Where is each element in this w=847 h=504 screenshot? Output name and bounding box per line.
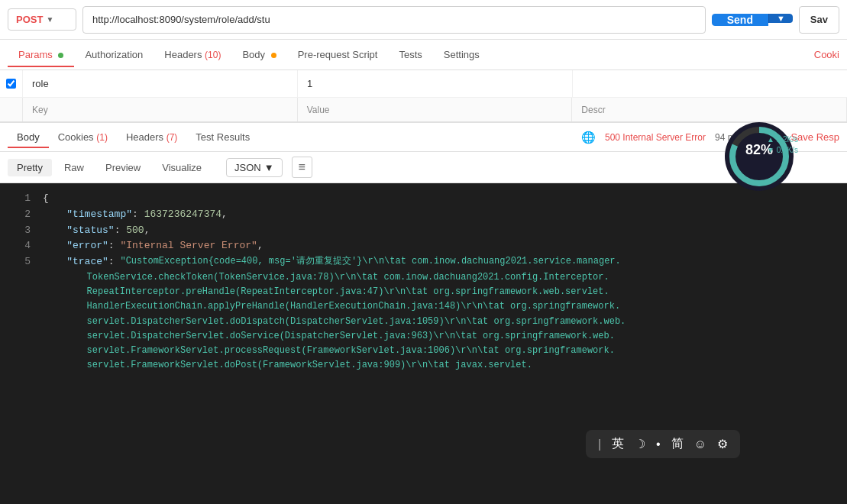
line-number xyxy=(8,358,31,373)
tab-body-label: Body xyxy=(242,49,265,60)
resp-tab-body-label: Body xyxy=(17,131,40,143)
tab-tests-label: Tests xyxy=(399,49,422,60)
json-line-5-cont6: servlet.FrameworkServlet.processRequest(… xyxy=(0,344,847,358)
method-chevron-icon: ▼ xyxy=(46,15,53,24)
json-line-5-cont7: servlet.FrameworkServlet.doPost(Framewor… xyxy=(0,358,847,373)
json-line-4: 4 "error" : "Internal Server Error" , xyxy=(0,238,847,254)
fmt-tab-visualize[interactable]: Visualize xyxy=(153,159,211,176)
tab-params-label: Params xyxy=(18,49,53,60)
url-input[interactable] xyxy=(82,6,706,34)
ime-toolbar: | 英 ☽ • 简 ☺ ⚙ xyxy=(586,430,740,458)
params-data-row: role 1 xyxy=(0,70,847,98)
json-line-3: 3 "status" : 500 , xyxy=(0,223,847,239)
json-line-5-cont3: HandlerExecutionChain.applyPreHandle(Han… xyxy=(0,299,847,314)
line-number: 5 xyxy=(8,254,31,270)
line-number: 3 xyxy=(8,223,31,239)
tab-settings[interactable]: Settings xyxy=(433,43,490,66)
ime-settings-icon[interactable]: ⚙ xyxy=(717,437,728,451)
tab-tests[interactable]: Tests xyxy=(388,43,432,66)
json-line-5-cont1: TokenService.checkToken(TokenService.jav… xyxy=(0,270,847,285)
line-number: 2 xyxy=(8,207,31,223)
tab-params[interactable]: Params xyxy=(8,43,74,66)
params-col-check xyxy=(0,98,23,121)
resp-tab-test-results[interactable]: Test Results xyxy=(186,127,259,147)
params-row-checkbox[interactable] xyxy=(6,79,16,89)
line-number xyxy=(8,315,31,329)
save-button[interactable]: Sav xyxy=(799,6,839,34)
json-line-5: 5 "trace" : "CustomException{code=400, m… xyxy=(0,254,847,270)
params-col-key: Key xyxy=(23,98,298,121)
svg-text:▼ 0.3K/s: ▼ 0.3K/s xyxy=(767,146,798,154)
params-val-cell[interactable]: 1 xyxy=(298,70,573,97)
ime-simplified-icon[interactable]: 简 xyxy=(671,436,684,452)
cookies-resp-count: (1) xyxy=(96,132,108,143)
ime-dot-icon[interactable]: • xyxy=(656,438,661,451)
line-number xyxy=(8,344,31,358)
line-number xyxy=(8,285,31,299)
tab-prerequest-label: Pre-request Script xyxy=(298,49,378,60)
format-select-chevron: ▼ xyxy=(264,162,274,173)
params-key-cell[interactable]: role xyxy=(23,70,298,97)
gauge-overlay: 82% ▲ 1.2K/s ▼ 0.3K/s xyxy=(710,115,809,191)
headers-count: (10) xyxy=(205,50,221,60)
resp-tab-body[interactable]: Body xyxy=(8,127,49,147)
resp-tab-cookies-label: Cookies xyxy=(58,131,94,143)
tab-authorization-label: Authorization xyxy=(85,49,143,60)
line-number: 4 xyxy=(8,238,31,254)
params-dot-icon xyxy=(58,53,63,58)
params-val-value: 1 xyxy=(307,78,312,89)
ime-emoji-icon[interactable]: ☺ xyxy=(694,438,706,451)
ime-chinese-icon[interactable]: 英 xyxy=(612,436,624,452)
tab-settings-label: Settings xyxy=(444,49,480,60)
fmt-tab-raw[interactable]: Raw xyxy=(55,159,93,176)
method-label: POST xyxy=(16,14,43,25)
globe-icon: 🌐 xyxy=(581,131,596,144)
tab-headers[interactable]: Headers (10) xyxy=(154,43,231,66)
method-select[interactable]: POST ▼ xyxy=(8,8,76,31)
fmt-tab-pretty[interactable]: Pretty xyxy=(8,159,52,176)
json-line-1: 1 { xyxy=(0,191,847,207)
params-col-value: Value xyxy=(298,98,573,121)
body-dot-icon xyxy=(271,53,276,58)
params-checkbox-cell xyxy=(0,70,23,97)
resp-tab-test-results-label: Test Results xyxy=(196,131,250,143)
svg-text:▲ 1.2K/s: ▲ 1.2K/s xyxy=(767,135,798,144)
json-line-5-cont2: RepeatInterceptor.preHandle(RepeatInterc… xyxy=(0,285,847,299)
tab-authorization[interactable]: Authorization xyxy=(74,43,154,66)
ime-divider-icon: | xyxy=(598,438,601,451)
cookies-link[interactable]: Cooki xyxy=(814,49,839,60)
json-line-5-cont5: servlet.DispatcherServlet.doService(Disp… xyxy=(0,329,847,344)
headers-resp-count: (7) xyxy=(166,132,178,143)
line-number xyxy=(8,329,31,344)
format-select-label: JSON xyxy=(234,162,261,173)
tab-headers-label: Headers xyxy=(164,49,202,60)
send-dropdown-button[interactable]: ▼ xyxy=(768,14,793,23)
resp-tab-headers[interactable]: Headers (7) xyxy=(117,127,186,147)
gauge-svg: 82% ▲ 1.2K/s ▼ 0.3K/s xyxy=(710,115,809,191)
tab-body[interactable]: Body xyxy=(231,43,286,66)
response-status: 500 Internal Server Error xyxy=(605,132,706,143)
line-number xyxy=(8,270,31,285)
json-line-2: 2 "timestamp" : 1637236247374 , xyxy=(0,207,847,223)
wrap-button[interactable]: ≡ xyxy=(292,157,312,178)
request-tabs: Params Authorization Headers (10) Body P… xyxy=(0,40,847,70)
resp-tab-cookies[interactable]: Cookies (1) xyxy=(49,127,117,147)
format-select[interactable]: JSON ▼ xyxy=(226,158,283,177)
ime-moon-icon[interactable]: ☽ xyxy=(635,437,645,451)
top-bar: POST ▼ Send ▼ Sav xyxy=(0,0,847,40)
send-button[interactable]: Send xyxy=(712,14,768,26)
json-line-5-cont4: servlet.DispatcherServlet.doDispatch(Dis… xyxy=(0,315,847,329)
params-key-value: role xyxy=(32,78,49,89)
line-number xyxy=(8,299,31,314)
resp-tab-headers-label: Headers xyxy=(126,131,163,143)
line-number: 1 xyxy=(8,191,31,207)
tab-prerequest[interactable]: Pre-request Script xyxy=(287,43,389,66)
send-button-group: Send ▼ xyxy=(712,14,793,26)
fmt-tab-preview[interactable]: Preview xyxy=(96,159,150,176)
params-desc-cell[interactable] xyxy=(573,70,847,97)
